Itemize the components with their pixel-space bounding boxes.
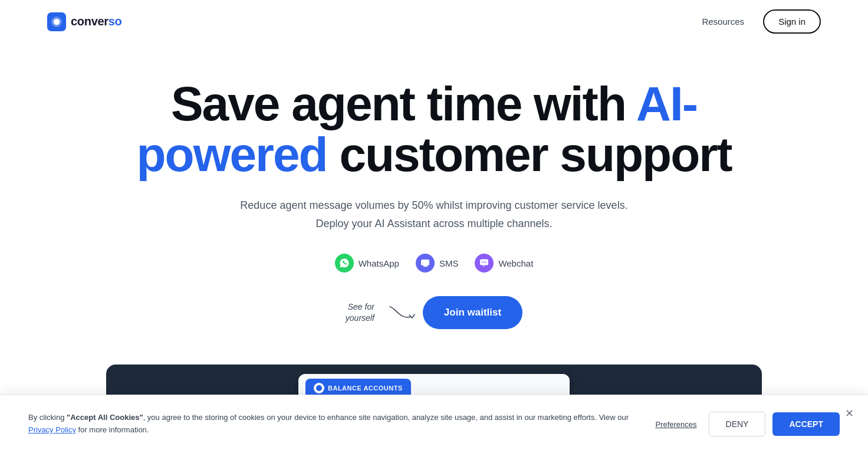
whatsapp-channel: WhatsApp (335, 254, 399, 273)
navigation: Resources Sign in (702, 9, 821, 34)
cookie-actions: Preferences DENY ACCEPT (655, 412, 840, 436)
channels-list: WhatsApp SMS Webchat (47, 254, 821, 273)
cookie-close-button[interactable]: ✕ (845, 407, 854, 420)
hero-title-powered: powered (136, 127, 327, 181)
resources-link[interactable]: Resources (702, 17, 744, 27)
cookie-text: By clicking "Accept All Cookies", you ag… (28, 412, 636, 436)
webchat-channel: Webchat (475, 254, 533, 273)
cookie-banner: ✕ By clicking "Accept All Cookies", you … (0, 395, 868, 453)
hero-title-end: customer support (327, 127, 732, 181)
hero-title-start: Save agent time with (171, 77, 636, 130)
hero-section: Save agent time with AI- powered custome… (0, 43, 868, 353)
preferences-link[interactable]: Preferences (655, 420, 696, 429)
webchat-icon (475, 254, 494, 273)
deny-button[interactable]: DENY (709, 412, 766, 436)
privacy-policy-link[interactable]: Privacy Policy (28, 425, 76, 434)
sign-in-button[interactable]: Sign in (763, 9, 821, 34)
join-waitlist-button[interactable]: Join waitlist (423, 296, 522, 329)
svg-point-8 (316, 385, 322, 391)
logo-text: converso (71, 15, 122, 28)
sms-icon (416, 254, 435, 273)
see-for-yourself-text: See for yourself (346, 301, 374, 324)
cta-section: See for yourself Join waitlist (47, 296, 821, 329)
svg-point-7 (485, 262, 486, 263)
accept-button[interactable]: ACCEPT (772, 412, 840, 436)
webchat-label: Webchat (498, 258, 533, 268)
whatsapp-label: WhatsApp (359, 258, 399, 268)
svg-point-5 (482, 262, 483, 263)
svg-point-2 (54, 18, 60, 25)
tab-avatar (314, 383, 324, 393)
hero-title-ai: AI- (636, 77, 697, 130)
sms-channel: SMS (416, 254, 459, 273)
arrow-icon (389, 304, 418, 321)
sms-label: SMS (439, 258, 459, 268)
whatsapp-icon (335, 254, 354, 273)
hero-subtitle: Reduce agent message volumes by 50% whil… (228, 196, 640, 232)
header: converso Resources Sign in (0, 0, 868, 43)
svg-rect-3 (421, 260, 429, 265)
hero-title: Save agent time with AI- powered custome… (110, 78, 758, 180)
logo[interactable]: converso (47, 12, 122, 31)
preview-tab-label: BALANCE ACCOUNTS (328, 385, 403, 392)
svg-point-6 (484, 262, 485, 263)
logo-icon (47, 12, 66, 31)
